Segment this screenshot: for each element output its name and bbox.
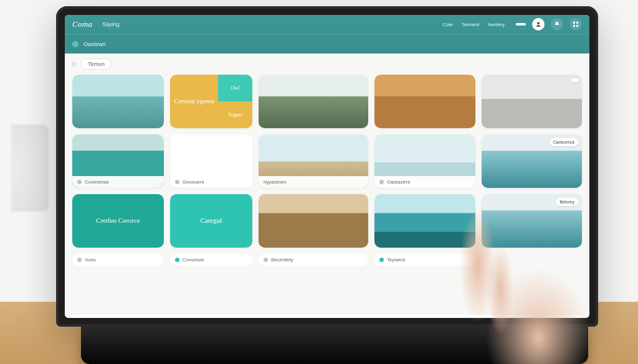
card-r2-c5[interactable]: Cantomnot — [482, 134, 582, 188]
app-header: Coma Saying Cole Tennent bentery — [65, 15, 589, 54]
header-pill-button[interactable] — [516, 23, 526, 26]
card-caption: hypasinen — [259, 176, 368, 188]
card-caption: Becentety — [259, 254, 368, 266]
user-icon — [535, 21, 541, 27]
caption-r4-c3: Becentety — [259, 254, 368, 268]
card-caption: Vons — [72, 254, 164, 266]
tile-sub-c: Sogaes — [224, 112, 246, 118]
card-r1-c2[interactable]: Cenven ypestn Owl Sogaes — [170, 75, 252, 128]
card-caption: Tepwest — [374, 254, 475, 266]
thumbnail-sea — [72, 75, 164, 128]
card-caption: Oastastrre — [374, 176, 475, 188]
status-dot-icon — [175, 258, 179, 262]
filter-bullet-icon — [72, 62, 76, 66]
tile-title: Cretfen Cerorce — [92, 217, 144, 225]
caption-text: Vons — [85, 257, 96, 263]
caption-text: Becentety — [271, 257, 293, 263]
caption-r4-c1: Vons — [72, 254, 164, 268]
bell-icon — [554, 21, 560, 27]
status-dot-icon — [77, 258, 82, 262]
card-r1-c4[interactable] — [374, 75, 475, 128]
thumbnail-deck — [374, 75, 475, 128]
caption-text: Oastastrre — [387, 179, 410, 185]
header-icon-menu[interactable] — [569, 18, 582, 30]
caption-text: Conumoe — [183, 257, 204, 263]
thumbnail-ocean — [374, 194, 475, 248]
grid-icon — [573, 21, 579, 27]
card-badge — [571, 78, 578, 82]
avatar-dot-icon — [379, 180, 384, 184]
card-r2-c1[interactable]: Commmse — [72, 134, 164, 188]
caption-text: hypasinen — [264, 179, 286, 185]
brand-logo[interactable]: Coma — [72, 19, 92, 29]
template-grid: Cenven ypestn Owl Sogaes Commmse — [65, 75, 589, 311]
avatar-button[interactable] — [532, 18, 545, 30]
card-r1-c5[interactable] — [482, 75, 582, 128]
card-r3-c2[interactable]: Caregul — [170, 194, 252, 248]
thumbnail-hills — [259, 75, 368, 128]
card-r1-c1[interactable] — [72, 75, 164, 128]
content-area: Temon Cenven ypestn Owl Sogaes — [65, 54, 589, 318]
thumbnail-interior — [482, 75, 582, 128]
svg-rect-3 — [573, 25, 575, 27]
filter-chip-1-label: Temon — [88, 61, 105, 67]
tile-title: Cenven ypestn — [170, 97, 218, 105]
caption-text: Geosuere — [183, 179, 204, 185]
laptop-keyboard-edge — [81, 327, 588, 364]
header-breadcrumb-bar: Oaxtewn — [65, 34, 589, 54]
app-screen: Coma Saying Cole Tennent bentery — [65, 15, 589, 318]
card-r3-c1[interactable]: Cretfen Cerorce — [72, 194, 164, 248]
card-r2-c3[interactable]: hypasinen — [259, 134, 368, 188]
header-links: Cole Tennent bentery — [442, 22, 505, 27]
breadcrumb[interactable]: Oaxtewn — [83, 41, 106, 47]
status-dot-icon — [264, 258, 268, 262]
thumbnail-cafe — [259, 194, 368, 248]
svg-rect-2 — [576, 22, 578, 24]
caption-text: Commmse — [85, 179, 109, 185]
status-dot-icon — [379, 258, 384, 262]
laptop-frame: Coma Saying Cole Tennent bentery — [56, 6, 598, 327]
card-badge: Belorey — [556, 198, 578, 206]
svg-point-0 — [537, 22, 540, 24]
status-dot-icon — [175, 180, 179, 184]
svg-rect-4 — [576, 25, 578, 27]
card-caption: Commmse — [72, 176, 164, 188]
header-top-bar: Coma Saying Cole Tennent bentery — [65, 15, 589, 34]
caption-text: Tepwest — [387, 257, 405, 263]
card-caption: Conumoe — [170, 254, 252, 266]
filter-chip-1[interactable]: Temon — [81, 58, 112, 70]
card-r3-c3[interactable] — [259, 194, 368, 248]
card-r2-c4[interactable]: Oastastrre — [374, 134, 475, 188]
header-icon-bell[interactable] — [551, 18, 563, 30]
filter-row: Temon — [65, 54, 589, 75]
caption-r4-c4: Tepwest — [374, 254, 475, 268]
card-r3-c5[interactable]: Belorey — [482, 194, 582, 248]
tile-title: Caregul — [196, 217, 226, 225]
tile-sub-b: Owl — [227, 85, 244, 91]
breadcrumb-dot-icon — [72, 41, 79, 47]
caption-r4-c2: Conumoe — [170, 254, 252, 268]
card-r1-c3[interactable] — [259, 75, 368, 128]
card-badge: Cantomnot — [550, 138, 578, 146]
background-window-hint — [11, 124, 49, 212]
font-picker-panel: BRCABGPTBERNBPEOEABPCEB2A2C CEAUBCAEDOB0… — [71, 315, 583, 318]
svg-rect-1 — [573, 22, 575, 24]
card-r2-c2[interactable]: Geosuere — [170, 134, 252, 188]
header-link-3[interactable]: bentery — [488, 22, 505, 27]
card-caption: Geosuere — [170, 176, 252, 188]
card-r3-c4[interactable] — [374, 194, 475, 248]
header-link-2[interactable]: Tennent — [462, 22, 479, 27]
header-link-1[interactable]: Cole — [442, 22, 452, 27]
status-dot-icon — [77, 180, 82, 184]
header-tab-1[interactable]: Saying — [98, 20, 123, 29]
